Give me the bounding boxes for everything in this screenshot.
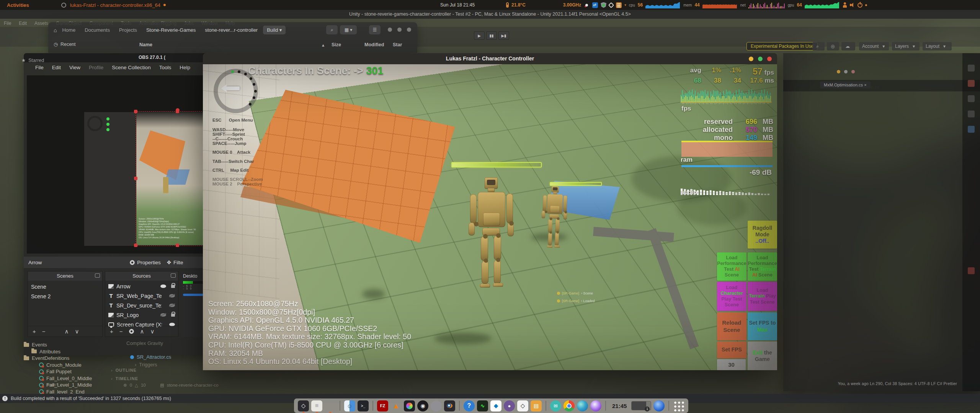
user-tray-icon[interactable] <box>843 2 847 8</box>
obs-menu-scene-collection[interactable]: Scene Collection <box>112 65 150 70</box>
caret-icon[interactable]: ▾ <box>624 3 626 7</box>
unity-menu-item-assets[interactable]: Assets <box>34 21 48 26</box>
source-item[interactable]: Arrow <box>105 281 178 291</box>
remove-source-button[interactable]: − <box>119 328 123 335</box>
dock-icon-blender[interactable]: ● <box>444 400 455 411</box>
minimize-button[interactable] <box>749 57 753 61</box>
dock-icon-help[interactable]: ? <box>464 400 475 411</box>
obs-menu-tools[interactable]: Tools <box>159 65 172 70</box>
experimental-packages-button[interactable]: Experimental Packages In Use <box>746 42 818 50</box>
step-button[interactable]: ▶▮ <box>498 31 509 40</box>
obs-menu-view[interactable]: View <box>69 65 80 70</box>
lock-icon[interactable] <box>171 285 175 288</box>
popout-icon[interactable] <box>171 273 176 278</box>
dock-icon-mail[interactable]: ✉ <box>550 400 561 411</box>
clock-indicator[interactable]: Sun Jul 18 21:45 <box>440 0 475 10</box>
dock-icon-obs[interactable]: ◉ <box>417 400 428 411</box>
teamviewer-tray-icon[interactable] <box>592 2 598 8</box>
files-search-button[interactable]: ⌕ <box>326 25 338 34</box>
selection-handle[interactable] <box>134 177 137 180</box>
source-down-button[interactable]: ∨ <box>150 328 155 335</box>
scene-item[interactable]: Scene <box>28 282 102 291</box>
dock-icon-finder[interactable]: ☺ <box>344 400 355 411</box>
game-button-set-fps[interactable]: Set FPS <box>717 341 746 358</box>
unity-menu-item-edit[interactable]: Edit <box>19 21 27 26</box>
dock-icon-system-monitor[interactable]: ∿ <box>477 400 488 411</box>
remove-scene-button[interactable]: − <box>42 328 46 335</box>
visibility-eye-icon[interactable] <box>169 304 175 307</box>
clipboard-tray-icon[interactable] <box>616 2 622 8</box>
play-button[interactable]: ▶ <box>474 31 485 40</box>
visibility-eye-icon[interactable] <box>169 294 175 298</box>
game-button-set-fps-max[interactable]: Set FPS to Max <box>748 312 777 340</box>
breadcrumb-item[interactable]: Home <box>58 26 79 34</box>
ide-tree-item[interactable]: EventDefenitions <box>24 355 69 361</box>
sidebar-item-recent[interactable]: ◷Recent <box>54 41 76 47</box>
visibility-eye-icon[interactable] <box>160 313 166 317</box>
breadcrumb-item[interactable]: Documents <box>81 26 114 34</box>
obs-tray-icon[interactable] <box>584 2 590 8</box>
dock-icon-edge[interactable] <box>577 400 588 411</box>
lock-icon[interactable] <box>171 314 175 317</box>
game-button-load-performance-test-ai[interactable]: Load Performance Test AI Scene <box>717 252 746 281</box>
dock-icon-file-manager-unity[interactable]: ◇ <box>298 400 309 411</box>
selection-handle[interactable] <box>134 110 137 113</box>
layers-dropdown[interactable]: Layers▾ <box>892 42 920 50</box>
source-selection-box[interactable] <box>136 111 207 246</box>
gizmo-icon[interactable]: ◎ <box>827 42 839 50</box>
unity-tray-icon[interactable] <box>608 2 614 8</box>
column-header-name[interactable]: Name <box>139 42 152 47</box>
breadcrumb-item[interactable]: Stone-Reverie-Games <box>142 26 199 34</box>
obs-menu-edit[interactable]: Edit <box>52 65 61 70</box>
ide-tree-item[interactable]: Attributes <box>31 349 60 354</box>
problems-indicator[interactable]: ⊗0△10 <box>123 382 146 388</box>
ide-open-file[interactable]: SR_Attractor.cs <box>130 354 171 360</box>
ide-tree-item[interactable]: Events <box>24 342 47 348</box>
game-viewport[interactable]: Characters In Scene: -> 301 avg1%.1%57 f… <box>203 64 777 370</box>
game-button-exit-game[interactable]: Exit the Game <box>748 341 777 370</box>
volume-tray-icon[interactable] <box>850 3 855 7</box>
activities-button[interactable]: Activities <box>7 2 29 8</box>
game-button-load-character-play-test[interactable]: Load Character Play Test Scene <box>717 282 746 311</box>
selection-handle[interactable] <box>134 244 137 247</box>
dock-icon-audio-tool[interactable] <box>431 400 442 411</box>
dock-icon-app-grid[interactable] <box>673 400 684 411</box>
ide-tree-item[interactable]: Fall Puppet <box>39 369 72 374</box>
filters-button[interactable]: ✥Filte <box>167 259 183 265</box>
popout-icon[interactable] <box>95 273 100 278</box>
search-icon[interactable]: ⌕ <box>812 42 825 50</box>
home-icon[interactable]: ⌂ <box>54 27 57 33</box>
ide-tree-item[interactable]: Crouch_Module <box>39 362 82 368</box>
dock-icon-firefox-dev[interactable] <box>590 400 601 411</box>
account-dropdown[interactable]: Account▾ <box>859 42 889 50</box>
game-title-bar[interactable]: Lukas Fratzl - Character Controller <box>203 53 777 64</box>
visibility-eye-icon[interactable] <box>160 285 166 288</box>
dock-icon-davinci-resolve[interactable]: ● <box>404 400 415 411</box>
obs-menu-profile[interactable]: Profile <box>89 65 103 70</box>
game-button-reload-scene[interactable]: Reload Scene <box>717 312 746 340</box>
source-item[interactable]: SR_Logo <box>105 310 178 320</box>
dock-icon-hidden-running-app[interactable] <box>325 400 336 411</box>
view-toggle-button[interactable]: ▦ ▾ <box>340 25 357 34</box>
scene-up-button[interactable]: ∧ <box>65 328 69 335</box>
power-tray-icon[interactable] <box>858 3 862 8</box>
sidebar-item-starred[interactable]: ★Starred <box>21 57 44 63</box>
source-settings-button[interactable] <box>129 329 134 334</box>
game-button-load-terrain-play-test[interactable]: Load Terrain Play Test Scene <box>748 282 777 311</box>
game-button-load-performance-test-terrain-ai[interactable]: Load Performance Test Terrain AI Scene <box>748 252 777 281</box>
obs-menu-file[interactable]: File <box>35 65 44 70</box>
workspace-switcher[interactable]: 1 <box>631 401 651 410</box>
build-breadcrumb-button[interactable]: Build ▾ <box>263 26 286 34</box>
dock-icon-filezilla[interactable]: FZ <box>377 400 388 411</box>
dock-icon-github[interactable]: ● <box>504 400 515 411</box>
ide-triggers-node[interactable]: ›Triggers <box>135 362 157 367</box>
selection-handle[interactable] <box>176 244 179 247</box>
obs-preview-canvas[interactable]: Screen: 980x413@75Hz Window: 1500x800@… <box>27 75 207 254</box>
obs-menu-help[interactable]: Help <box>180 65 190 70</box>
source-up-button[interactable]: ∧ <box>140 328 144 335</box>
close-icon[interactable]: × <box>864 83 866 87</box>
add-source-button[interactable]: + <box>110 328 113 335</box>
dock-icon-visual-studio[interactable]: ◆ <box>490 400 501 411</box>
column-header-modified[interactable]: Modified <box>364 42 384 47</box>
column-header-size[interactable]: Size <box>332 42 341 47</box>
